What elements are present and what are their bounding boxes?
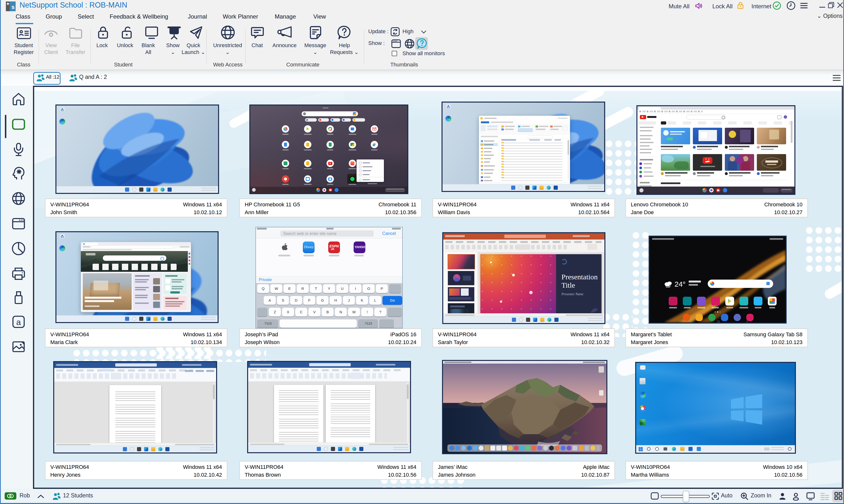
svg-text:a: a	[16, 318, 21, 327]
